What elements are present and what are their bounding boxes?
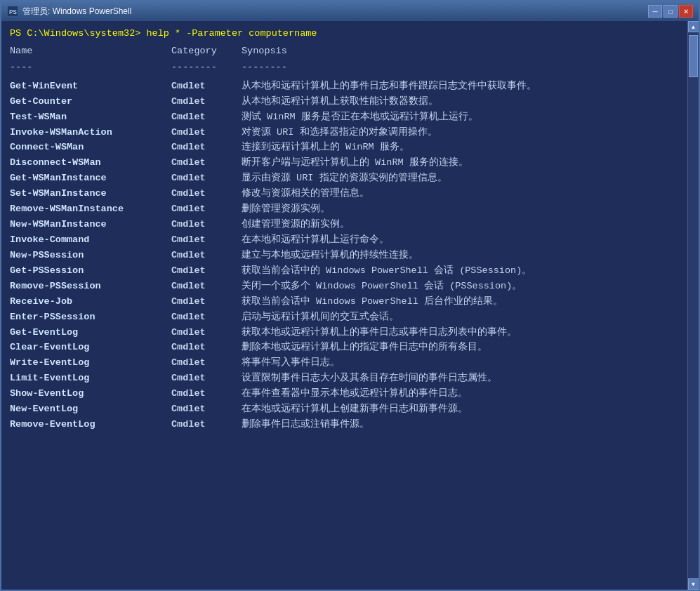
table-row: New-PSSessionCmdlet建立与本地或远程计算机的持续性连接。 xyxy=(10,248,679,263)
table-row: Connect-WSManCmdlet连接到远程计算机上的 WinRM 服务。 xyxy=(10,140,679,155)
row-name: Write-EventLog xyxy=(10,356,171,371)
scrollbar-thumb[interactable] xyxy=(689,35,698,77)
row-category: Cmdlet xyxy=(171,310,242,325)
row-category: Cmdlet xyxy=(171,171,242,186)
window-title: 管理员: Windows PowerShell xyxy=(22,6,131,18)
row-category: Cmdlet xyxy=(171,371,242,386)
table-row: Set-WSManInstanceCmdlet修改与资源相关的管理信息。 xyxy=(10,187,679,201)
prompt-line: PS C:\Windows\system32> help * -Paramete… xyxy=(10,27,679,41)
row-synopsis: 建立与本地或远程计算机的持续性连接。 xyxy=(242,248,679,263)
row-name: Invoke-Command xyxy=(10,233,171,248)
row-name: Remove-PSSession xyxy=(10,279,171,294)
row-synopsis: 获取当前会话中 Windows PowerShell 后台作业的结果。 xyxy=(242,295,679,310)
header-name: Name xyxy=(10,44,171,59)
table-row: Get-WinEventCmdlet从本地和远程计算机上的事件日志和事件跟踪日志… xyxy=(10,79,679,94)
row-name: Clear-EventLog xyxy=(10,340,171,355)
row-name: Enter-PSSession xyxy=(10,310,171,325)
row-synopsis: 在本地或远程计算机上创建新事件日志和新事件源。 xyxy=(242,402,679,417)
separator-row: ---- -------- -------- xyxy=(10,60,679,75)
row-category: Cmdlet xyxy=(171,264,242,279)
row-synopsis: 修改与资源相关的管理信息。 xyxy=(242,187,679,201)
table-row: Remove-EventLogCmdlet删除事件日志或注销事件源。 xyxy=(10,418,679,432)
row-name: Limit-EventLog xyxy=(10,371,171,386)
row-category: Cmdlet xyxy=(171,79,242,94)
title-bar: PS 管理员: Windows PowerShell ─ □ ✕ xyxy=(1,1,699,21)
row-synopsis: 断开客户端与远程计算机上的 WinRM 服务的连接。 xyxy=(242,156,679,171)
row-category: Cmdlet xyxy=(171,326,242,340)
table-row: Get-WSManInstanceCmdlet显示由资源 URI 指定的资源实例… xyxy=(10,171,679,186)
table-row: Remove-PSSessionCmdlet关闭一个或多个 Windows Po… xyxy=(10,279,679,294)
header-row: Name Category Synopsis xyxy=(10,44,679,59)
row-category: Cmdlet xyxy=(171,340,242,355)
scroll-up-button[interactable]: ▲ xyxy=(688,21,699,32)
maximize-button[interactable]: □ xyxy=(663,5,678,18)
row-synopsis: 删除事件日志或注销事件源。 xyxy=(242,418,679,432)
table-row: Write-EventLogCmdlet将事件写入事件日志。 xyxy=(10,356,679,371)
row-category: Cmdlet xyxy=(171,295,242,310)
row-name: Show-EventLog xyxy=(10,387,171,401)
row-synopsis: 设置限制事件日志大小及其条目存在时间的事件日志属性。 xyxy=(242,371,679,386)
table-row: New-EventLogCmdlet在本地或远程计算机上创建新事件日志和新事件源… xyxy=(10,402,679,417)
row-name: Get-WSManInstance xyxy=(10,171,171,186)
row-synopsis: 从本地和远程计算机上的事件日志和事件跟踪日志文件中获取事件。 xyxy=(242,79,679,94)
content-area: PS C:\Windows\system32> help * -Paramete… xyxy=(1,21,699,590)
close-button[interactable]: ✕ xyxy=(679,5,693,18)
row-category: Cmdlet xyxy=(171,418,242,432)
table-row: Enter-PSSessionCmdlet启动与远程计算机间的交互式会话。 xyxy=(10,310,679,325)
minimize-button[interactable]: ─ xyxy=(648,5,662,18)
row-synopsis: 创建管理资源的新实例。 xyxy=(242,218,679,232)
sep-synopsis: -------- xyxy=(242,60,679,75)
row-category: Cmdlet xyxy=(171,126,242,140)
row-name: Invoke-WSManAction xyxy=(10,126,171,140)
row-synopsis: 删除本地或远程计算机上的指定事件日志中的所有条目。 xyxy=(242,340,679,355)
row-name: New-PSSession xyxy=(10,248,171,263)
scrollbar[interactable]: ▲ ▼ xyxy=(687,21,699,590)
table-row: Test-WSManCmdlet测试 WinRM 服务是否正在本地或远程计算机上… xyxy=(10,110,679,125)
table-row: Invoke-WSManActionCmdlet对资源 URI 和选择器指定的对… xyxy=(10,126,679,140)
row-category: Cmdlet xyxy=(171,402,242,417)
row-name: New-EventLog xyxy=(10,402,171,417)
row-synopsis: 从本地和远程计算机上获取性能计数器数据。 xyxy=(242,95,679,109)
row-synopsis: 在事件查看器中显示本地或远程计算机的事件日志。 xyxy=(242,387,679,401)
row-name: Get-Counter xyxy=(10,95,171,109)
table-row: Show-EventLogCmdlet在事件查看器中显示本地或远程计算机的事件日… xyxy=(10,387,679,401)
row-category: Cmdlet xyxy=(171,187,242,201)
row-name: Disconnect-WSMan xyxy=(10,156,171,171)
row-name: Connect-WSMan xyxy=(10,140,171,155)
row-synopsis: 连接到远程计算机上的 WinRM 服务。 xyxy=(242,140,679,155)
row-synopsis: 对资源 URI 和选择器指定的对象调用操作。 xyxy=(242,126,679,140)
table-row: Get-EventLogCmdlet获取本地或远程计算机上的事件日志或事件日志列… xyxy=(10,326,679,340)
row-name: Get-EventLog xyxy=(10,326,171,340)
table-row: Get-CounterCmdlet从本地和远程计算机上获取性能计数器数据。 xyxy=(10,95,679,109)
row-name: Test-WSMan xyxy=(10,110,171,125)
row-synopsis: 将事件写入事件日志。 xyxy=(242,356,679,371)
table-row: New-WSManInstanceCmdlet创建管理资源的新实例。 xyxy=(10,218,679,232)
row-category: Cmdlet xyxy=(171,110,242,125)
row-name: Remove-EventLog xyxy=(10,418,171,432)
sep-category: -------- xyxy=(171,60,242,75)
row-category: Cmdlet xyxy=(171,279,242,294)
powershell-icon: PS xyxy=(7,6,18,17)
scroll-down-button[interactable]: ▼ xyxy=(688,578,699,590)
prompt-text: PS C:\Windows\system32> help * -Paramete… xyxy=(10,28,317,39)
table-row: Invoke-CommandCmdlet在本地和远程计算机上运行命令。 xyxy=(10,233,679,248)
row-category: Cmdlet xyxy=(171,233,242,248)
table-row: Receive-JobCmdlet获取当前会话中 Windows PowerSh… xyxy=(10,295,679,310)
row-synopsis: 测试 WinRM 服务是否正在本地或远程计算机上运行。 xyxy=(242,110,679,125)
row-category: Cmdlet xyxy=(171,218,242,232)
scrollbar-track[interactable] xyxy=(688,32,699,578)
row-category: Cmdlet xyxy=(171,156,242,171)
row-category: Cmdlet xyxy=(171,356,242,371)
row-category: Cmdlet xyxy=(171,248,242,263)
row-name: Set-WSManInstance xyxy=(10,187,171,201)
window-controls: ─ □ ✕ xyxy=(648,5,693,18)
header-synopsis: Synopsis xyxy=(242,44,679,59)
table-row: Remove-WSManInstanceCmdlet删除管理资源实例。 xyxy=(10,202,679,217)
terminal-output[interactable]: PS C:\Windows\system32> help * -Paramete… xyxy=(1,21,687,590)
row-name: Get-PSSession xyxy=(10,264,171,279)
table-row: Limit-EventLogCmdlet设置限制事件日志大小及其条目存在时间的事… xyxy=(10,371,679,386)
row-name: New-WSManInstance xyxy=(10,218,171,232)
svg-text:PS: PS xyxy=(9,9,17,16)
row-synopsis: 删除管理资源实例。 xyxy=(242,202,679,217)
row-name: Remove-WSManInstance xyxy=(10,202,171,217)
